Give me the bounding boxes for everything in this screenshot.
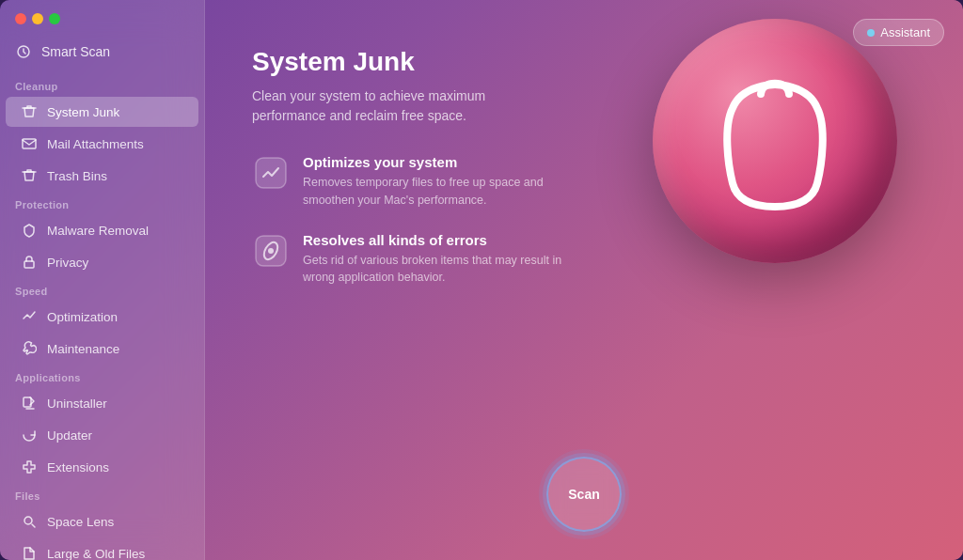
section-label-applications: Applications [0,365,204,387]
mail-attachments-icon [21,135,38,152]
sidebar-item-malware-removal[interactable]: Malware Removal [6,215,198,245]
section-label-cleanup: Cleanup [0,73,204,96]
section-label-speed: Speed [0,278,204,301]
feature-resolves-text: Resolves all kinds of errors Gets rid of… [303,232,566,288]
scan-button-container: Scan [546,457,622,532]
svg-rect-1 [23,139,36,148]
main-content: Assistant System Junk Clean your system … [205,0,963,560]
svg-point-4 [24,517,32,524]
trash-bins-icon [21,167,38,184]
smart-scan-icon [15,43,32,60]
svg-rect-2 [24,261,34,268]
feature-optimizes: Optimizes your system Removes temporary … [252,154,634,210]
app-window: Smart Scan Cleanup System Junk Mail Atta… [0,0,963,560]
sidebar-item-system-junk[interactable]: System Junk [6,97,198,127]
app-sphere [653,19,897,263]
scan-button-label: Scan [568,487,599,502]
smart-scan-label: Smart Scan [41,44,110,59]
system-junk-label: System Junk [47,105,119,119]
sidebar-item-extensions[interactable]: Extensions [6,452,198,482]
sidebar-item-optimization[interactable]: Optimization [6,302,198,332]
sidebar-item-mail-attachments[interactable]: Mail Attachments [6,129,198,159]
large-old-files-label: Large & Old Files [47,547,145,561]
sphere-container [653,19,916,282]
feature-resolves-desc: Gets rid of various broken items that ma… [303,252,566,288]
scan-button[interactable]: Scan [546,457,622,532]
close-button[interactable] [15,13,26,24]
page-title: System Junk [252,47,634,77]
feature-resolves: Resolves all kinds of errors Gets rid of… [252,232,634,288]
sidebar: Smart Scan Cleanup System Junk Mail Atta… [0,0,205,560]
maintenance-label: Maintenance [47,342,119,356]
optimization-icon [21,308,38,325]
updater-icon [21,427,38,443]
minimize-button[interactable] [32,13,43,24]
maximize-button[interactable] [49,13,60,24]
sidebar-item-updater[interactable]: Updater [6,420,198,450]
page-description: Clean your system to achieve maximum per… [252,86,553,126]
feature-resolves-title: Resolves all kinds of errors [303,232,566,248]
traffic-lights [0,0,204,34]
malware-removal-icon [21,222,38,239]
section-label-protection: Protection [0,192,204,214]
resolves-icon [252,232,290,270]
space-lens-icon [21,513,38,530]
malware-removal-label: Malware Removal [47,224,149,238]
sphere-symbol-svg [714,70,836,211]
maintenance-icon [21,340,38,357]
space-lens-label: Space Lens [47,515,114,529]
sidebar-item-trash-bins[interactable]: Trash Bins [6,161,198,191]
sidebar-item-maintenance[interactable]: Maintenance [6,334,198,364]
sidebar-item-space-lens[interactable]: Space Lens [6,506,198,537]
feature-optimizes-title: Optimizes your system [303,154,566,170]
mail-attachments-label: Mail Attachments [47,137,144,151]
section-label-files: Files [0,483,204,506]
large-old-files-icon [21,545,38,560]
privacy-icon [21,254,38,271]
sidebar-item-large-old-files[interactable]: Large & Old Files [6,538,198,560]
optimizes-icon [252,154,290,192]
sidebar-item-smart-scan[interactable]: Smart Scan [0,34,204,73]
updater-label: Updater [47,428,92,443]
sidebar-item-privacy[interactable]: Privacy [6,247,198,277]
uninstaller-icon [21,395,38,412]
svg-point-9 [268,248,274,254]
sidebar-item-uninstaller[interactable]: Uninstaller [6,388,198,418]
feature-optimizes-desc: Removes temporary files to free up space… [303,174,566,210]
content-text: System Junk Clean your system to achieve… [252,38,634,309]
extensions-label: Extensions [47,460,109,474]
svg-rect-6 [256,158,286,188]
privacy-label: Privacy [47,256,88,270]
trash-bins-label: Trash Bins [47,169,107,183]
system-junk-icon [21,103,38,120]
uninstaller-label: Uninstaller [47,397,107,411]
optimization-label: Optimization [47,310,118,324]
feature-optimizes-text: Optimizes your system Removes temporary … [303,154,566,210]
extensions-icon [21,459,38,475]
